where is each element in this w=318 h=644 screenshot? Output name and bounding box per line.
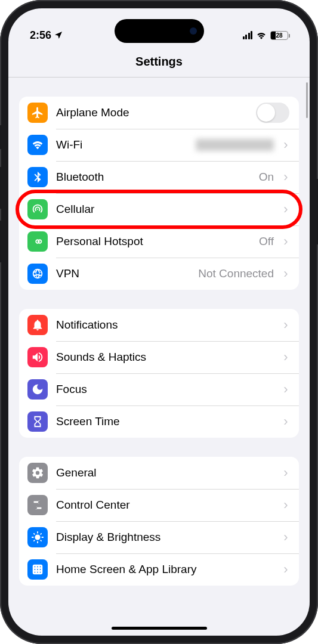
side-button (0, 125, 1, 149)
page-title: Settings (8, 50, 310, 78)
row-airplane-mode[interactable]: Airplane Mode (19, 97, 299, 129)
row-label: Sounds & Haptics (56, 351, 274, 364)
bluetooth-status: On (259, 171, 274, 184)
row-label: Screen Time (56, 415, 274, 428)
chevron-right-icon: › (282, 562, 289, 577)
row-focus[interactable]: Focus › (19, 373, 299, 405)
row-screen-time[interactable]: Screen Time › (19, 405, 299, 438)
settings-group-sounds: Notifications › Sounds & Haptics › Focus… (19, 309, 299, 438)
row-display-brightness[interactable]: Display & Brightness › (19, 521, 299, 553)
settings-list[interactable]: Airplane Mode Wi-Fi Network › (8, 78, 310, 636)
row-label: Cellular (56, 203, 274, 216)
row-label: General (56, 466, 274, 479)
home-screen-grid-icon (27, 559, 48, 580)
row-label: Bluetooth (56, 171, 251, 184)
row-bluetooth[interactable]: Bluetooth On › (19, 161, 299, 193)
row-label: Notifications (56, 318, 274, 332)
focus-moon-icon (27, 379, 48, 400)
chevron-right-icon: › (282, 202, 289, 217)
wifi-icon (256, 31, 267, 39)
battery-percent: 28 (276, 32, 282, 39)
row-label: Personal Hotspot (56, 235, 251, 248)
chevron-right-icon: › (282, 317, 289, 333)
screen: 2:56 28 Settings (8, 8, 310, 636)
chevron-right-icon: › (282, 530, 289, 545)
row-vpn[interactable]: VPN Not Connected › (19, 258, 299, 290)
row-personal-hotspot[interactable]: Personal Hotspot Off › (19, 225, 299, 258)
chevron-right-icon: › (282, 414, 289, 429)
vpn-status: Not Connected (198, 267, 274, 280)
location-arrow-icon (54, 30, 63, 40)
status-time: 2:56 (30, 29, 51, 42)
battery-fill (271, 32, 276, 39)
general-gear-icon (27, 463, 48, 483)
volume-up-button (0, 167, 1, 209)
battery-indicator: 28 (270, 31, 288, 40)
volume-down-button (0, 221, 1, 262)
row-label: Control Center (56, 499, 274, 512)
wifi-network-name: Network (196, 139, 274, 151)
notifications-bell-icon (27, 315, 48, 335)
row-label: Home Screen & App Library (56, 563, 274, 576)
dynamic-island (115, 19, 204, 43)
chevron-right-icon: › (282, 382, 289, 397)
chevron-right-icon: › (282, 465, 289, 481)
row-label: Focus (56, 383, 274, 396)
row-control-center[interactable]: Control Center › (19, 489, 299, 521)
phone-frame: 2:56 28 Settings (0, 0, 318, 644)
settings-group-connectivity: Airplane Mode Wi-Fi Network › (19, 97, 299, 290)
bluetooth-icon (27, 167, 48, 187)
row-sounds-haptics[interactable]: Sounds & Haptics › (19, 341, 299, 373)
home-indicator[interactable] (112, 627, 207, 630)
status-left: 2:56 (30, 29, 63, 42)
cellular-signal-icon (243, 31, 253, 39)
airplane-toggle[interactable] (256, 103, 289, 123)
chevron-right-icon: › (282, 266, 289, 281)
row-general[interactable]: General › (19, 457, 299, 489)
row-label: Wi-Fi (56, 138, 187, 151)
brightness-sun-icon (27, 527, 48, 547)
vpn-globe-icon (27, 264, 48, 284)
cellular-icon (27, 199, 48, 219)
chevron-right-icon: › (282, 137, 289, 153)
chevron-right-icon: › (282, 349, 289, 365)
row-cellular[interactable]: Cellular › (19, 193, 299, 225)
screen-time-hourglass-icon (27, 411, 48, 432)
hotspot-status: Off (259, 235, 274, 248)
scroll-indicator[interactable] (306, 82, 308, 118)
row-wifi[interactable]: Wi-Fi Network › (19, 129, 299, 161)
camera-dot (190, 27, 197, 35)
chevron-right-icon: › (282, 234, 289, 249)
row-label: VPN (56, 267, 190, 280)
airplane-icon (27, 103, 48, 123)
wifi-icon (27, 135, 48, 155)
control-center-toggles-icon (27, 495, 48, 515)
row-home-screen[interactable]: Home Screen & App Library › (19, 553, 299, 586)
row-label: Airplane Mode (56, 106, 248, 119)
hotspot-icon (27, 231, 48, 252)
status-right: 28 (243, 31, 289, 40)
settings-group-general: General › Control Center › Display & Bri… (19, 457, 299, 586)
chevron-right-icon: › (282, 169, 289, 185)
sounds-speaker-icon (27, 347, 48, 367)
chevron-right-icon: › (282, 497, 289, 513)
row-label: Display & Brightness (56, 531, 274, 544)
row-notifications[interactable]: Notifications › (19, 309, 299, 341)
